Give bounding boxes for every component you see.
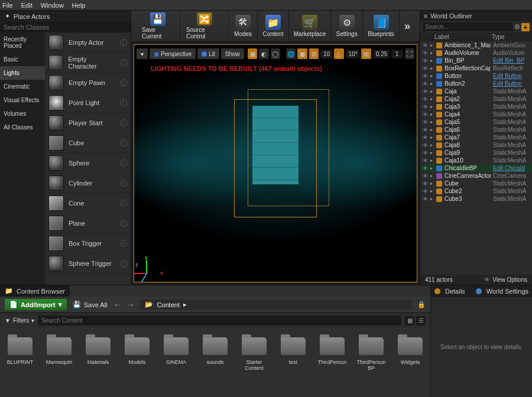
viewport-game-view-icon[interactable]: ▦ [248,48,257,59]
expand-icon[interactable]: ▸ [430,66,434,71]
place-actors-tab[interactable]: ✦ Place Actors [0,11,131,22]
place-category[interactable]: Cinematic [0,80,45,93]
nav-back-button[interactable]: ← [113,300,121,309]
outliner-row[interactable]: 👁▸Bin_BPEdit Bin_BP [420,57,532,64]
content-lock-icon[interactable]: 🔒 [417,301,426,308]
expand-icon[interactable]: ▸ [430,142,434,148]
info-icon[interactable]: i [120,39,127,46]
actor-item[interactable]: Player Starti [45,113,131,133]
info-icon[interactable]: i [120,79,127,86]
world-outliner-add-button[interactable]: + [521,23,530,31]
expand-icon[interactable]: ▸ [430,119,434,125]
expand-icon[interactable]: ▸ [430,173,434,178]
place-category[interactable]: All Classes [0,121,45,134]
info-icon[interactable]: i [120,59,127,66]
visibility-icon[interactable]: 👁 [423,119,428,125]
place-category[interactable]: Volumes [0,107,45,121]
content-view-list-icon[interactable]: ☰ [416,316,426,326]
visibility-icon[interactable]: 👁 [423,173,428,179]
visibility-icon[interactable]: 👁 [423,165,428,171]
outliner-row[interactable]: 👁▸Cube3StaticMeshA [420,195,532,203]
visibility-icon[interactable]: 👁 [423,188,428,194]
expand-icon[interactable]: ▸ [430,158,434,163]
info-icon[interactable]: i [120,119,127,126]
actor-item[interactable]: Planei [45,213,131,233]
filters-button[interactable]: ▼ Filters ▾ [5,317,34,324]
place-actors-search[interactable] [0,22,131,32]
world-outliner-options-icon[interactable]: ⚙ [514,23,520,31]
viewport[interactable]: ▾ ▣Perspective Lit Show ▦ ◐ ◯ 🌐 ▦ ⊞ 10 △… [134,44,417,282]
outliner-row[interactable]: 👁▸BoxReflectionCaptureBoxReflecti [420,64,532,72]
outliner-row[interactable]: 👁▸Caja3StaticMeshA [420,103,532,110]
col-type[interactable]: Type [492,34,528,40]
outliner-row[interactable]: 👁▸Caja5StaticMeshA [420,118,532,126]
source-control-button[interactable]: 🔀Source Control [180,11,229,41]
content-folder[interactable]: Starter Content [240,337,268,388]
outliner-row[interactable]: 👁▸Caja2StaticMeshA [420,95,532,103]
actor-item[interactable]: Conei [45,193,131,213]
menu-help[interactable]: Help [72,2,86,9]
outliner-row[interactable]: 👁▸Caja7StaticMeshA [420,134,532,141]
outliner-type[interactable]: Edit ChicaId [493,165,530,171]
viewport-menu-button[interactable]: ▾ [137,48,148,59]
menu-window[interactable]: Window [41,2,64,9]
viewport-maximize-icon[interactable]: ⛶ [405,48,414,59]
modes-button[interactable]: 🛠Modes [229,11,258,41]
viewport-angle-snap-icon[interactable]: △ [334,48,343,59]
content-view-tile-icon[interactable]: ▦ [405,316,414,326]
viewport-surface-snap-icon[interactable]: 🌐 [286,48,296,59]
viewport-lit-button[interactable]: Lit [197,48,219,59]
outliner-row[interactable]: 👁▸Caja10StaticMeshA [420,157,532,164]
place-category[interactable]: Visual Effects [0,93,45,107]
expand-icon[interactable]: ▸ [430,73,434,79]
outliner-type[interactable]: Edit Button [493,73,530,79]
expand-icon[interactable]: ▸ [430,188,434,194]
outliner-row[interactable]: 👁▸Ambience_1_MasterAmbientSou [420,41,532,49]
world-outliner-search[interactable] [423,22,513,31]
viewport-realtime-icon[interactable]: ◐ [259,48,268,59]
visibility-icon[interactable]: 👁 [423,150,428,156]
actor-item[interactable]: Empty Characteri [45,53,131,73]
content-button[interactable]: 📁Content [258,11,289,41]
info-icon[interactable]: i [120,260,127,267]
expand-icon[interactable]: ▸ [430,104,434,109]
info-icon[interactable]: i [120,240,127,247]
world-outliner-tab[interactable]: ≡ World Outliner [420,11,532,21]
viewport-grid-snap-icon[interactable]: ▦ [297,48,307,59]
content-folder[interactable]: Mannequin [45,337,73,388]
place-category[interactable]: Recently Placed [0,32,45,53]
nav-forward-button[interactable]: → [126,300,134,309]
actor-item[interactable]: Cubei [45,133,131,153]
col-label[interactable]: Label [424,34,492,40]
viewport-stats-icon[interactable]: ◯ [271,48,280,59]
content-folder[interactable]: Widgets [396,337,424,388]
viewport-scale-snap-icon[interactable]: ▤ [361,48,371,59]
menu-edit[interactable]: Edit [21,2,33,9]
visibility-icon[interactable]: 👁 [423,50,428,56]
viewport-angle-snap-value[interactable]: 10° [346,50,360,58]
info-icon[interactable]: i [120,160,127,167]
actor-item[interactable]: Empty Actori [45,32,131,53]
details-tab[interactable]: Details [445,288,465,295]
outliner-row[interactable]: 👁▸Cube2StaticMeshA [420,187,532,195]
actor-item[interactable]: Point Lighti [45,93,131,113]
expand-icon[interactable]: ▸ [430,181,434,186]
outliner-row[interactable]: 👁▸Button2Edit Button [420,80,532,87]
outliner-row[interactable]: 👁▸CineCameraActorCineCamera [420,172,532,180]
visibility-icon[interactable]: 👁 [423,196,428,202]
outliner-row[interactable]: 👁▸ChicaIdleBPEdit ChicaId [420,164,532,172]
content-search-input[interactable] [38,315,401,326]
viewport-camera-speed[interactable]: 1 [391,50,403,58]
info-icon[interactable]: i [120,180,127,187]
expand-icon[interactable]: ▸ [430,127,434,132]
visibility-icon[interactable]: 👁 [423,181,428,187]
visibility-icon[interactable]: 👁 [423,58,428,64]
visibility-icon[interactable]: 👁 [423,96,428,102]
outliner-row[interactable]: 👁▸AudioVolumeAudioVolum [420,49,532,57]
outliner-type[interactable]: Edit Button [493,80,530,87]
content-folder[interactable]: Models [123,337,151,388]
content-folder[interactable]: sounds [201,337,229,388]
visibility-icon[interactable]: 👁 [423,158,428,164]
save-all-button[interactable]: 💾 Save All [73,301,108,308]
world-outliner-header[interactable]: Label Type [420,32,532,41]
